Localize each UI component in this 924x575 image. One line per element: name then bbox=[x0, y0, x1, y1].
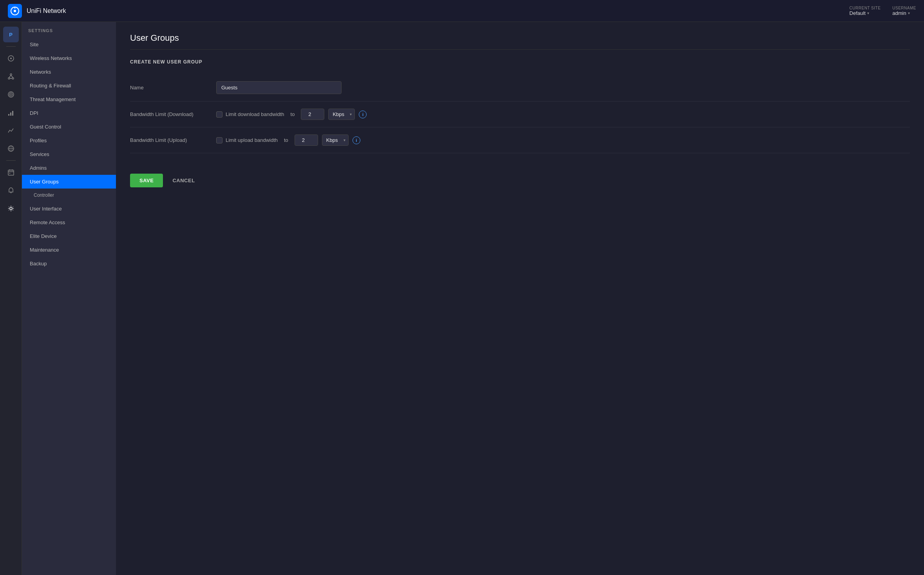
site-chevron-icon: ▾ bbox=[867, 11, 869, 15]
button-row: SAVE CANCEL bbox=[130, 166, 910, 187]
bw-upload-to: to bbox=[284, 137, 288, 143]
nav-icon-calendar[interactable] bbox=[3, 165, 19, 180]
name-field bbox=[216, 81, 910, 94]
svg-point-27 bbox=[10, 207, 12, 210]
save-button[interactable]: SAVE bbox=[130, 174, 163, 187]
sidebar-item-user-groups[interactable]: User Groups bbox=[22, 175, 116, 189]
bw-download-field: Limit download bandwidth to Kbps Mbps i bbox=[216, 109, 910, 120]
current-site-label: CURRENT SITE bbox=[850, 6, 881, 10]
username-value[interactable]: admin ▾ bbox=[892, 10, 910, 16]
current-site-value[interactable]: Default ▾ bbox=[850, 10, 869, 16]
section-title: CREATE NEW USER GROUP bbox=[130, 59, 910, 65]
bw-download-checkbox-label: Limit download bandwidth bbox=[226, 111, 284, 117]
settings-sidebar: SETTINGS Site Wireless Networks Networks… bbox=[22, 22, 116, 575]
svg-point-6 bbox=[8, 78, 10, 79]
ubiquiti-logo bbox=[8, 4, 22, 18]
svg-rect-24 bbox=[9, 173, 10, 174]
sidebar-item-admins[interactable]: Admins bbox=[22, 161, 116, 175]
bw-download-to: to bbox=[291, 111, 295, 117]
icon-sidebar: P bbox=[0, 22, 22, 575]
svg-point-5 bbox=[10, 74, 12, 75]
sidebar-item-remote-access[interactable]: Remote Access bbox=[22, 216, 116, 229]
bw-upload-field: Limit upload bandwidth to Kbps Mbps i bbox=[216, 134, 910, 146]
sidebar-item-networks[interactable]: Networks bbox=[22, 65, 116, 79]
username-label: USERNAME bbox=[892, 6, 916, 10]
svg-point-13 bbox=[10, 94, 11, 95]
svg-point-4 bbox=[10, 58, 12, 59]
topnav-right: CURRENT SITE Default ▾ USERNAME admin ▾ bbox=[850, 6, 916, 16]
sidebar-divider-1 bbox=[6, 46, 16, 47]
bw-download-value-input[interactable] bbox=[301, 109, 324, 120]
bw-download-unit-wrapper[interactable]: Kbps Mbps bbox=[328, 109, 355, 120]
bw-upload-info-icon[interactable]: i bbox=[353, 136, 360, 144]
bw-upload-unit-wrapper[interactable]: Kbps Mbps bbox=[322, 134, 349, 146]
nav-icon-globe[interactable] bbox=[3, 141, 19, 156]
app-name: UniFi Network bbox=[27, 7, 66, 15]
bw-upload-checkbox[interactable] bbox=[216, 137, 222, 143]
bw-upload-label: Bandwidth Limit (Upload) bbox=[130, 137, 216, 143]
nav-icon-profile[interactable]: P bbox=[3, 27, 19, 42]
sidebar-item-profiles[interactable]: Profiles bbox=[22, 134, 116, 147]
bw-upload-checkbox-wrapper: Limit upload bandwidth bbox=[216, 137, 278, 143]
settings-sidebar-label: SETTINGS bbox=[22, 28, 116, 38]
bw-download-label: Bandwidth Limit (Download) bbox=[130, 111, 216, 117]
sidebar-item-guest-control[interactable]: Guest Control bbox=[22, 120, 116, 134]
nav-icon-settings[interactable] bbox=[3, 201, 19, 216]
sidebar-item-maintenance[interactable]: Maintenance bbox=[22, 243, 116, 257]
name-form-row: Name bbox=[130, 74, 910, 102]
bw-download-form-row: Bandwidth Limit (Download) Limit downloa… bbox=[130, 102, 910, 127]
topnav-left: UniFi Network bbox=[8, 4, 66, 18]
user-chevron-icon: ▾ bbox=[908, 11, 910, 15]
sidebar-item-dpi[interactable]: DPI bbox=[22, 106, 116, 120]
bw-download-unit-select[interactable]: Kbps Mbps bbox=[328, 109, 355, 120]
sidebar-item-elite-device[interactable]: Elite Device bbox=[22, 229, 116, 243]
main-layout: P bbox=[0, 22, 924, 575]
svg-rect-15 bbox=[10, 112, 11, 116]
bw-upload-checkbox-label: Limit upload bandwidth bbox=[226, 137, 278, 143]
bw-download-checkbox[interactable] bbox=[216, 111, 222, 118]
svg-point-7 bbox=[12, 78, 14, 79]
svg-rect-14 bbox=[8, 114, 9, 116]
nav-icon-target[interactable] bbox=[3, 87, 19, 102]
svg-rect-16 bbox=[12, 111, 13, 116]
content-area: User Groups CREATE NEW USER GROUP Name B… bbox=[116, 22, 924, 575]
sidebar-item-controller[interactable]: Controller bbox=[22, 189, 116, 202]
nav-icon-bell[interactable] bbox=[3, 183, 19, 198]
sidebar-divider-2 bbox=[6, 160, 16, 161]
name-input[interactable] bbox=[216, 81, 342, 94]
bw-download-checkbox-wrapper: Limit download bandwidth bbox=[216, 111, 284, 118]
page-title: User Groups bbox=[130, 33, 910, 50]
svg-line-9 bbox=[11, 75, 13, 78]
svg-point-1 bbox=[14, 10, 16, 12]
sidebar-item-threat-management[interactable]: Threat Management bbox=[22, 93, 116, 106]
svg-line-8 bbox=[9, 75, 11, 78]
sidebar-item-routing-firewall[interactable]: Routing & Firewall bbox=[22, 79, 116, 93]
bw-download-info-icon[interactable]: i bbox=[359, 111, 367, 118]
sidebar-item-wireless-networks[interactable]: Wireless Networks bbox=[22, 51, 116, 65]
nav-icon-chart[interactable] bbox=[3, 123, 19, 138]
topnav: UniFi Network CURRENT SITE Default ▾ USE… bbox=[0, 0, 924, 22]
sidebar-item-user-interface[interactable]: User Interface bbox=[22, 202, 116, 216]
nav-icon-bars[interactable] bbox=[3, 105, 19, 120]
bw-upload-form-row: Bandwidth Limit (Upload) Limit upload ba… bbox=[130, 127, 910, 153]
bw-upload-value-input[interactable] bbox=[295, 134, 318, 146]
bw-upload-unit-select[interactable]: Kbps Mbps bbox=[322, 134, 349, 146]
nav-icon-topology[interactable] bbox=[3, 69, 19, 84]
cancel-button[interactable]: CANCEL bbox=[169, 174, 198, 187]
nav-icon-stats[interactable] bbox=[3, 51, 19, 66]
sidebar-item-site[interactable]: Site bbox=[22, 38, 116, 51]
svg-rect-20 bbox=[8, 170, 14, 175]
sidebar-item-services[interactable]: Services bbox=[22, 147, 116, 161]
sidebar-item-backup[interactable]: Backup bbox=[22, 257, 116, 270]
current-site-meta[interactable]: CURRENT SITE Default ▾ bbox=[850, 6, 881, 16]
username-meta[interactable]: USERNAME admin ▾ bbox=[892, 6, 916, 16]
name-label: Name bbox=[130, 85, 216, 91]
